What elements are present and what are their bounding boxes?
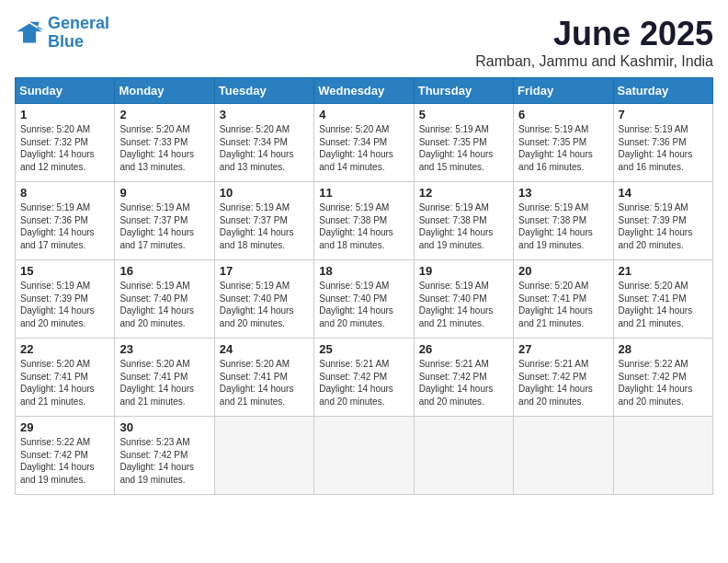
- calendar-cell: 16Sunrise: 5:19 AM Sunset: 7:40 PM Dayli…: [115, 260, 214, 339]
- calendar-cell: 13Sunrise: 5:19 AM Sunset: 7:38 PM Dayli…: [514, 182, 613, 260]
- day-number: 21: [619, 264, 708, 278]
- calendar-week-4: 22Sunrise: 5:20 AM Sunset: 7:41 PM Dayli…: [16, 339, 713, 417]
- cell-info: Sunrise: 5:19 AM Sunset: 7:37 PM Dayligh…: [119, 201, 209, 251]
- day-number: 12: [419, 186, 508, 200]
- header-sunday: Sunday: [16, 78, 115, 104]
- calendar-cell: 7Sunrise: 5:19 AM Sunset: 7:36 PM Daylig…: [613, 104, 712, 182]
- cell-info: Sunrise: 5:19 AM Sunset: 7:36 PM Dayligh…: [619, 123, 708, 173]
- header-friday: Friday: [514, 78, 613, 104]
- cell-info: Sunrise: 5:20 AM Sunset: 7:41 PM Dayligh…: [220, 358, 309, 408]
- calendar-cell: 14Sunrise: 5:19 AM Sunset: 7:39 PM Dayli…: [613, 182, 712, 260]
- day-number: 20: [518, 264, 608, 278]
- calendar-cell: 26Sunrise: 5:21 AM Sunset: 7:42 PM Dayli…: [414, 339, 513, 417]
- cell-info: Sunrise: 5:19 AM Sunset: 7:35 PM Dayligh…: [419, 123, 508, 173]
- cell-info: Sunrise: 5:20 AM Sunset: 7:41 PM Dayligh…: [518, 280, 608, 329]
- day-number: 10: [220, 186, 309, 200]
- day-number: 3: [220, 108, 309, 121]
- cell-info: Sunrise: 5:19 AM Sunset: 7:39 PM Dayligh…: [20, 280, 109, 329]
- day-number: 6: [518, 108, 608, 121]
- calendar-cell: 3Sunrise: 5:20 AM Sunset: 7:34 PM Daylig…: [214, 104, 313, 182]
- cell-info: Sunrise: 5:19 AM Sunset: 7:37 PM Dayligh…: [220, 201, 309, 251]
- calendar-cell: 10Sunrise: 5:19 AM Sunset: 7:37 PM Dayli…: [214, 182, 313, 260]
- day-number: 29: [20, 420, 109, 434]
- logo: GeneralBlue: [15, 15, 109, 52]
- calendar-cell: [613, 417, 712, 495]
- calendar-cell: 23Sunrise: 5:20 AM Sunset: 7:41 PM Dayli…: [115, 339, 214, 417]
- cell-info: Sunrise: 5:21 AM Sunset: 7:42 PM Dayligh…: [319, 358, 408, 408]
- cell-info: Sunrise: 5:19 AM Sunset: 7:38 PM Dayligh…: [419, 201, 508, 251]
- cell-info: Sunrise: 5:20 AM Sunset: 7:41 PM Dayligh…: [619, 280, 708, 329]
- day-number: 26: [419, 342, 508, 356]
- calendar-cell: 17Sunrise: 5:19 AM Sunset: 7:40 PM Dayli…: [214, 260, 313, 339]
- calendar-cell: 18Sunrise: 5:19 AM Sunset: 7:40 PM Dayli…: [314, 260, 414, 339]
- cell-info: Sunrise: 5:21 AM Sunset: 7:42 PM Dayligh…: [419, 358, 508, 408]
- day-number: 1: [20, 108, 109, 121]
- day-number: 11: [319, 186, 408, 200]
- header-thursday: Thursday: [414, 78, 513, 104]
- cell-info: Sunrise: 5:23 AM Sunset: 7:42 PM Dayligh…: [119, 436, 209, 486]
- header-saturday: Saturday: [613, 78, 712, 104]
- calendar-cell: [214, 417, 313, 495]
- calendar-week-1: 1Sunrise: 5:20 AM Sunset: 7:32 PM Daylig…: [16, 104, 713, 182]
- cell-info: Sunrise: 5:19 AM Sunset: 7:38 PM Dayligh…: [518, 201, 608, 251]
- cell-info: Sunrise: 5:19 AM Sunset: 7:36 PM Dayligh…: [20, 201, 109, 251]
- logo-icon: [15, 20, 44, 46]
- calendar-cell: 6Sunrise: 5:19 AM Sunset: 7:35 PM Daylig…: [514, 104, 613, 182]
- calendar-cell: 25Sunrise: 5:21 AM Sunset: 7:42 PM Dayli…: [314, 339, 414, 417]
- calendar-cell: 12Sunrise: 5:19 AM Sunset: 7:38 PM Dayli…: [414, 182, 513, 260]
- cell-info: Sunrise: 5:20 AM Sunset: 7:34 PM Dayligh…: [319, 123, 408, 173]
- calendar-cell: 30Sunrise: 5:23 AM Sunset: 7:42 PM Dayli…: [115, 417, 214, 495]
- logo-text: GeneralBlue: [48, 15, 109, 52]
- title-area: June 2025 Ramban, Jammu and Kashmir, Ind…: [475, 15, 713, 70]
- day-number: 13: [518, 186, 608, 200]
- day-number: 14: [619, 186, 708, 200]
- calendar-cell: 22Sunrise: 5:20 AM Sunset: 7:41 PM Dayli…: [16, 339, 115, 417]
- day-number: 5: [419, 108, 508, 121]
- calendar-cell: 5Sunrise: 5:19 AM Sunset: 7:35 PM Daylig…: [414, 104, 513, 182]
- cell-info: Sunrise: 5:22 AM Sunset: 7:42 PM Dayligh…: [20, 436, 109, 486]
- day-number: 18: [319, 264, 408, 278]
- calendar-cell: 24Sunrise: 5:20 AM Sunset: 7:41 PM Dayli…: [214, 339, 313, 417]
- cell-info: Sunrise: 5:20 AM Sunset: 7:32 PM Dayligh…: [20, 123, 109, 173]
- calendar-cell: 8Sunrise: 5:19 AM Sunset: 7:36 PM Daylig…: [16, 182, 115, 260]
- cell-info: Sunrise: 5:21 AM Sunset: 7:42 PM Dayligh…: [518, 358, 608, 408]
- calendar-cell: [514, 417, 613, 495]
- calendar-cell: 29Sunrise: 5:22 AM Sunset: 7:42 PM Dayli…: [16, 417, 115, 495]
- calendar-cell: [414, 417, 513, 495]
- day-number: 9: [119, 186, 209, 200]
- calendar-cell: 15Sunrise: 5:19 AM Sunset: 7:39 PM Dayli…: [16, 260, 115, 339]
- calendar-cell: 19Sunrise: 5:19 AM Sunset: 7:40 PM Dayli…: [414, 260, 513, 339]
- day-number: 16: [119, 264, 209, 278]
- calendar-cell: 2Sunrise: 5:20 AM Sunset: 7:33 PM Daylig…: [115, 104, 214, 182]
- calendar-week-3: 15Sunrise: 5:19 AM Sunset: 7:39 PM Dayli…: [16, 260, 713, 339]
- calendar-cell: 4Sunrise: 5:20 AM Sunset: 7:34 PM Daylig…: [314, 104, 414, 182]
- calendar-cell: 9Sunrise: 5:19 AM Sunset: 7:37 PM Daylig…: [115, 182, 214, 260]
- calendar-cell: [314, 417, 414, 495]
- cell-info: Sunrise: 5:19 AM Sunset: 7:35 PM Dayligh…: [518, 123, 608, 173]
- calendar-cell: 27Sunrise: 5:21 AM Sunset: 7:42 PM Dayli…: [514, 339, 613, 417]
- month-title: June 2025: [475, 15, 713, 53]
- day-number: 27: [518, 342, 608, 356]
- calendar-header-row: SundayMondayTuesdayWednesdayThursdayFrid…: [16, 78, 713, 104]
- location-title: Ramban, Jammu and Kashmir, India: [475, 53, 713, 70]
- page-header: GeneralBlue June 2025 Ramban, Jammu and …: [15, 15, 713, 70]
- day-number: 15: [20, 264, 109, 278]
- calendar-cell: 28Sunrise: 5:22 AM Sunset: 7:42 PM Dayli…: [613, 339, 712, 417]
- day-number: 25: [319, 342, 408, 356]
- day-number: 22: [20, 342, 109, 356]
- svg-marker-0: [17, 23, 42, 42]
- calendar-week-5: 29Sunrise: 5:22 AM Sunset: 7:42 PM Dayli…: [16, 417, 713, 495]
- day-number: 19: [419, 264, 508, 278]
- cell-info: Sunrise: 5:20 AM Sunset: 7:33 PM Dayligh…: [119, 123, 209, 173]
- calendar-cell: 11Sunrise: 5:19 AM Sunset: 7:38 PM Dayli…: [314, 182, 414, 260]
- cell-info: Sunrise: 5:22 AM Sunset: 7:42 PM Dayligh…: [619, 358, 708, 408]
- day-number: 17: [220, 264, 309, 278]
- cell-info: Sunrise: 5:19 AM Sunset: 7:40 PM Dayligh…: [419, 280, 508, 329]
- header-tuesday: Tuesday: [214, 78, 313, 104]
- cell-info: Sunrise: 5:20 AM Sunset: 7:41 PM Dayligh…: [20, 358, 109, 408]
- cell-info: Sunrise: 5:19 AM Sunset: 7:40 PM Dayligh…: [119, 280, 209, 329]
- cell-info: Sunrise: 5:19 AM Sunset: 7:40 PM Dayligh…: [220, 280, 309, 329]
- calendar-table: SundayMondayTuesdayWednesdayThursdayFrid…: [15, 77, 713, 495]
- day-number: 24: [220, 342, 309, 356]
- cell-info: Sunrise: 5:19 AM Sunset: 7:38 PM Dayligh…: [319, 201, 408, 251]
